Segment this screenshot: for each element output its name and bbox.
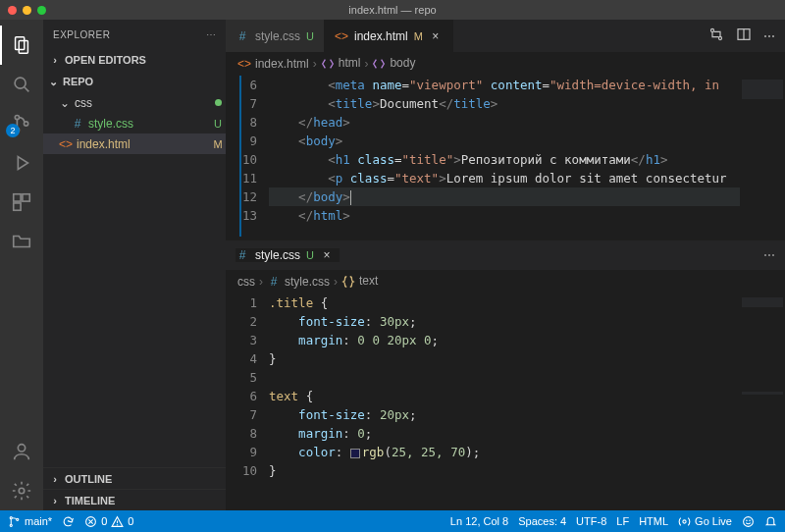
svg-point-26 xyxy=(744,516,754,526)
brackets-icon xyxy=(321,56,335,71)
code-line[interactable]: text { xyxy=(269,387,740,405)
code-line[interactable]: <body> xyxy=(269,132,740,150)
code-line[interactable]: color: rgb(25, 25, 70); xyxy=(269,443,740,461)
code-line[interactable]: font-size: 20px; xyxy=(269,405,740,424)
tab-scm-status: U xyxy=(306,249,314,261)
status-language[interactable]: HTML xyxy=(639,515,668,527)
breadcrumb-item[interactable]: css xyxy=(237,275,255,289)
breadcrumb-item[interactable]: html xyxy=(321,56,361,71)
breadcrumb-item[interactable]: text xyxy=(341,274,378,289)
breadcrumb-label: style.css xyxy=(285,275,330,289)
status-warnings: 0 xyxy=(128,515,133,527)
tab-index-html[interactable]: <>index.htmlM× xyxy=(325,20,453,52)
activity-folder-icon[interactable] xyxy=(0,222,43,261)
breadcrumb-separator: › xyxy=(364,57,368,71)
code-editor-top[interactable]: 678910111213 <meta name="viewport" conte… xyxy=(226,76,785,237)
code-line[interactable] xyxy=(269,368,740,387)
status-eol[interactable]: LF xyxy=(616,515,629,527)
explorer-more-icon[interactable]: ⋯ xyxy=(206,29,217,40)
compare-changes-icon[interactable] xyxy=(708,27,724,45)
more-actions-icon[interactable]: ⋯ xyxy=(763,248,775,262)
breadcrumb-bottom[interactable]: css›#style.css›text xyxy=(226,270,785,293)
svg-rect-1 xyxy=(19,40,27,53)
tree-item-css[interactable]: ⌄css xyxy=(43,92,226,113)
code-lines-bottom[interactable]: .title { font-size: 30px; margin: 0 0 20… xyxy=(269,293,740,510)
section-outline[interactable]: › OUTLINE xyxy=(43,467,226,489)
breadcrumb-item[interactable]: <>index.html xyxy=(237,57,309,71)
code-line[interactable]: } xyxy=(269,461,740,480)
code-line[interactable]: } xyxy=(269,349,740,368)
code-editor-bottom[interactable]: 12345678910 .title { font-size: 30px; ma… xyxy=(226,293,785,510)
code-line[interactable]: </body> xyxy=(269,187,740,206)
window-controls[interactable] xyxy=(0,6,46,15)
code-line[interactable]: margin: 0; xyxy=(269,424,740,443)
file-tree: ⌄css#style.cssU<>index.htmlM xyxy=(43,92,226,467)
status-golive[interactable]: Go Live xyxy=(678,515,732,528)
maximize-window-icon[interactable] xyxy=(37,6,46,15)
minimap-bottom[interactable] xyxy=(740,293,785,510)
section-open-editors[interactable]: › OPEN EDITORS xyxy=(43,49,226,71)
svg-point-12 xyxy=(19,488,25,494)
code-line[interactable]: font-size: 30px; xyxy=(269,312,740,331)
split-editor-icon[interactable] xyxy=(736,27,752,45)
breadcrumb-item[interactable]: #style.css xyxy=(267,275,330,289)
line-number: 9 xyxy=(226,443,257,461)
code-line[interactable]: <h1 class="title">Репозиторий с коммитам… xyxy=(269,150,740,169)
code-line[interactable]: margin: 0 0 20px 0; xyxy=(269,331,740,349)
activity-run-debug-icon[interactable] xyxy=(0,143,43,183)
color-swatch-icon[interactable] xyxy=(350,449,360,458)
tab-style-css-label: style.css xyxy=(255,248,300,262)
status-notifications-icon[interactable] xyxy=(764,515,777,528)
activity-settings-icon[interactable] xyxy=(0,471,43,510)
code-lines-top[interactable]: <meta name="viewport" content="width=dev… xyxy=(269,76,740,237)
code-line[interactable]: <meta name="viewport" content="width=dev… xyxy=(269,76,740,94)
tab-style-css-lower[interactable]: # style.css U × xyxy=(236,248,340,262)
section-repo[interactable]: ⌄ REPO xyxy=(43,71,226,92)
activity-account-icon[interactable] xyxy=(0,432,43,471)
svg-point-13 xyxy=(710,28,713,31)
minimize-window-icon[interactable] xyxy=(23,6,31,15)
line-number: 4 xyxy=(226,349,257,368)
status-encoding[interactable]: UTF-8 xyxy=(576,515,606,527)
status-spaces[interactable]: Spaces: 4 xyxy=(518,515,566,527)
code-line[interactable]: </html> xyxy=(269,206,740,225)
window-title: index.html — repo xyxy=(0,4,785,16)
breadcrumb-label: css xyxy=(237,275,255,289)
more-actions-icon[interactable]: ⋯ xyxy=(763,29,775,43)
status-sync[interactable] xyxy=(62,515,75,528)
breadcrumb-label: index.html xyxy=(255,57,309,71)
code-line[interactable]: <title>Document</title> xyxy=(269,94,740,113)
chevron-right-icon: › xyxy=(49,495,61,506)
close-window-icon[interactable] xyxy=(8,6,17,15)
activity-source-control-icon[interactable]: 2 xyxy=(0,104,43,143)
status-lncol[interactable]: Ln 12, Col 8 xyxy=(450,515,508,527)
line-number: 11 xyxy=(226,169,257,187)
tree-item-index-html[interactable]: <>index.htmlM xyxy=(43,133,226,154)
svg-rect-8 xyxy=(14,194,21,201)
code-line[interactable]: .title { xyxy=(269,293,740,312)
close-tab-icon[interactable]: × xyxy=(320,248,334,262)
minimap-top[interactable] xyxy=(740,76,785,237)
line-number: 13 xyxy=(226,206,257,225)
status-problems[interactable]: 0 0 xyxy=(84,515,133,528)
section-timeline[interactable]: › TIMELINE xyxy=(43,489,226,510)
activity-extensions-icon[interactable] xyxy=(0,183,43,222)
breadcrumb-item[interactable]: body xyxy=(372,56,415,71)
line-number: 7 xyxy=(226,405,257,424)
tab-label: style.css xyxy=(255,29,300,43)
chevron-down-icon: ⌄ xyxy=(59,97,71,109)
code-line[interactable]: </head> xyxy=(269,113,740,132)
breadcrumb-top[interactable]: <>index.html›html›body xyxy=(226,52,785,76)
tree-item-style-css[interactable]: #style.cssU xyxy=(43,113,226,133)
tab-style-css[interactable]: #style.cssU xyxy=(226,20,325,52)
activity-search-icon[interactable] xyxy=(0,65,43,104)
css-file-icon: # xyxy=(267,275,281,289)
activity-explorer-icon[interactable] xyxy=(0,26,43,65)
status-feedback-icon[interactable] xyxy=(742,515,755,528)
close-tab-icon[interactable]: × xyxy=(429,29,443,43)
tree-item-label: index.html xyxy=(77,137,206,151)
svg-rect-10 xyxy=(14,203,21,210)
code-line[interactable]: <p class="text">Lorem ipsum dolor sit am… xyxy=(269,169,740,187)
html-file-icon: <> xyxy=(59,137,73,151)
status-branch[interactable]: main* xyxy=(8,515,52,528)
